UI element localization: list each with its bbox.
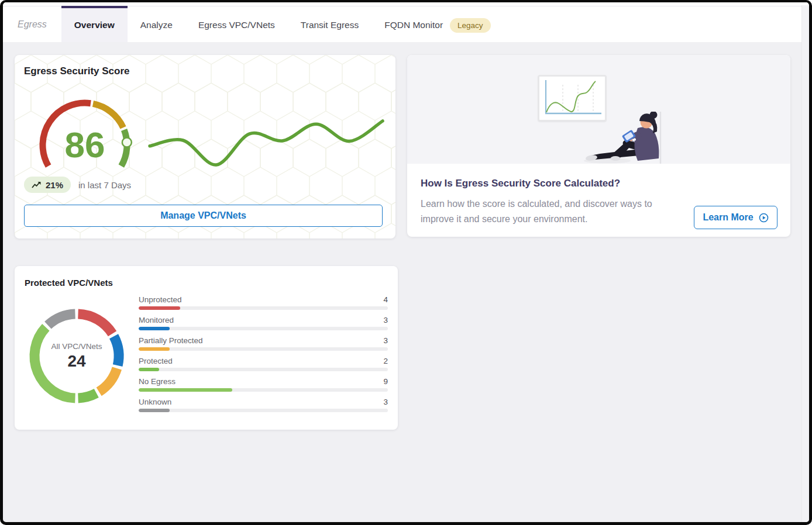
legend-label: Unknown: [139, 398, 171, 406]
tab-analyze[interactable]: Analyze: [128, 6, 185, 42]
breadcrumb-egress: Egress: [3, 6, 61, 42]
legend-value: 2: [383, 357, 388, 365]
score-value: 86: [65, 125, 105, 165]
legend-row-unprotected: Unprotected 4: [139, 295, 388, 310]
donut-center-label: All VPC/VNets: [51, 342, 102, 351]
legend-value: 3: [383, 398, 388, 406]
protected-legend: Unprotected 4 Monitored 3 Partially Prot…: [139, 295, 388, 418]
legend-bar-track: [139, 306, 388, 310]
score-trend-row: 21% in last 7 Days: [24, 177, 131, 193]
manage-vpc-vnets-button[interactable]: Manage VPC/VNets: [24, 205, 383, 227]
legend-bar-fill: [139, 409, 170, 412]
legend-row-no-egress: No Egress 9: [139, 377, 388, 392]
tab-transit-egress-label: Transit Egress: [301, 20, 359, 30]
legend-row-protected: Protected 2: [139, 357, 388, 371]
legacy-badge: Legacy: [450, 18, 491, 33]
legend-bar-fill: [139, 347, 170, 351]
legend-value: 4: [383, 295, 388, 304]
play-circle-icon: [759, 213, 769, 223]
illustration-area: [407, 55, 790, 164]
protected-card-title: Protected VPC/VNets: [25, 278, 113, 288]
trend-change-value: 21%: [46, 180, 63, 190]
info-heading: How Is Egress Security Score Calculated?: [421, 178, 620, 189]
legend-row-partially-protected: Partially Protected 3: [139, 336, 388, 351]
legend-bar-track: [139, 388, 388, 392]
protected-donut-chart: All VPC/VNets 24: [26, 305, 127, 407]
trending-up-icon: [32, 181, 42, 189]
tab-egress-vpc-vnets-label: Egress VPC/VNets: [198, 20, 275, 30]
legend-row-monitored: Monitored 3: [139, 316, 388, 330]
info-body-text: Learn how the score is calculated, and d…: [421, 196, 677, 227]
legend-bar-track: [139, 347, 388, 351]
tab-overview[interactable]: Overview: [61, 6, 128, 42]
protected-vpc-vnets-card: Protected VPC/VNets All VPC/VNets 24 Unp…: [15, 266, 398, 430]
tabs-row: Egress Overview Analyze Egress VPC/VNets…: [3, 6, 809, 42]
tab-egress-vpc-vnets[interactable]: Egress VPC/VNets: [185, 6, 288, 42]
learn-more-label: Learn More: [703, 212, 753, 223]
legend-value: 9: [383, 377, 388, 386]
learn-more-button[interactable]: Learn More: [694, 206, 777, 229]
tab-fqdn-monitor[interactable]: FQDN Monitor Legacy: [371, 6, 503, 42]
tab-overview-label: Overview: [74, 20, 115, 30]
tab-transit-egress[interactable]: Transit Egress: [288, 6, 371, 42]
legend-bar-fill: [139, 388, 232, 392]
tab-bar: Egress Overview Analyze Egress VPC/VNets…: [3, 2, 809, 42]
legend-label: Unprotected: [139, 295, 182, 304]
app-frame: Egress Overview Analyze Egress VPC/VNets…: [0, 0, 812, 525]
tab-fqdn-monitor-label: FQDN Monitor: [384, 20, 443, 30]
legend-value: 3: [383, 336, 388, 345]
legend-label: No Egress: [139, 377, 176, 386]
egress-security-score-card: Egress Security Score 86 21% in last 7 D…: [15, 55, 395, 239]
legend-value: 3: [383, 316, 388, 324]
legend-bar-fill: [139, 327, 170, 330]
score-card-title: Egress Security Score: [24, 65, 129, 77]
legend-bar-fill: [139, 368, 159, 371]
score-calculated-info-card: How Is Egress Security Score Calculated?…: [407, 55, 790, 237]
trend-pill: 21%: [24, 177, 71, 193]
legend-label: Protected: [139, 357, 173, 365]
app-screen: Egress Overview Analyze Egress VPC/VNets…: [0, 0, 812, 525]
legend-bar-fill: [139, 306, 180, 310]
donut-center-value: 24: [67, 352, 86, 370]
legend-bar-track: [139, 327, 388, 330]
vertical-scrollbar[interactable]: [801, 5, 809, 522]
trend-period-label: in last 7 Days: [78, 180, 131, 190]
legend-bar-track: [139, 368, 388, 371]
tab-analyze-label: Analyze: [140, 20, 173, 30]
score-trend-sparkline: [148, 117, 386, 170]
legend-label: Partially Protected: [139, 336, 203, 345]
legend-bar-track: [139, 409, 388, 412]
legend-label: Monitored: [139, 316, 174, 324]
illustration-person: [581, 112, 666, 164]
legend-row-unknown: Unknown 3: [139, 398, 388, 412]
